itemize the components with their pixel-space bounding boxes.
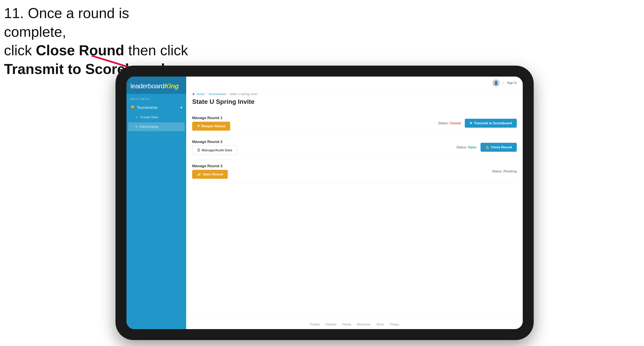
round-1-status-value: Closed <box>450 121 461 125</box>
round-3-row: Manage Round 3 📂 Open Round Status: <box>192 160 517 183</box>
logo-king: King <box>164 82 178 90</box>
footer-resources[interactable]: Resources <box>357 323 370 326</box>
plus-icon: ＋ <box>135 115 138 120</box>
round-2-status-value: Open <box>468 145 476 149</box>
breadcrumb-sep1: / <box>206 92 207 96</box>
audit-icon: ☰ <box>197 148 200 152</box>
sidebar: leaderboardKing MAIN MENU 🏆 Tournaments … <box>126 77 186 329</box>
manage-audit-label: Manage/Audit Data <box>202 148 232 152</box>
round-1-status: Status: Closed <box>438 121 461 125</box>
close-round-label: Close Round <box>491 145 512 149</box>
sidebar-tournaments-label: Tournaments <box>137 106 158 110</box>
sign-in-label[interactable]: Sign In <box>507 81 517 85</box>
breadcrumb-tournaments[interactable]: Tournaments <box>208 92 226 96</box>
logo-leaderboard: leaderboard <box>130 82 164 90</box>
logo-area: leaderboardKing <box>126 77 186 94</box>
footer-terms[interactable]: Terms <box>376 323 384 326</box>
reopen-round-label: Reopen Round <box>201 124 226 128</box>
content-area: Manage Round 1 ↺ Reopen Round Status: <box>186 109 523 319</box>
round-3-buttons-left: 📂 Open Round <box>192 170 228 179</box>
open-round-button[interactable]: 📂 Open Round <box>192 170 228 179</box>
reopen-icon: ↺ <box>197 124 200 128</box>
edit-existing-label: Edit Existing <box>140 125 158 129</box>
open-round-label: Open Round <box>203 173 223 176</box>
round-2-actions-right: Status: Open 🔒 Close Round <box>456 143 517 152</box>
sidebar-item-tournaments[interactable]: 🏆 Tournaments ▾ <box>126 103 186 113</box>
round-2-status: Status: Open <box>456 145 476 149</box>
app-footer: Product Features Pricing Resources Terms… <box>186 319 523 329</box>
round-3-title: Manage Round 3 <box>192 164 228 168</box>
breadcrumb-home[interactable]: Home <box>196 92 204 96</box>
sidebar-item-edit-existing[interactable]: ✎ Edit Existing <box>128 122 184 131</box>
round-1-info: Manage Round 1 ↺ Reopen Round <box>192 116 230 131</box>
page-title: State U Spring Invite <box>186 97 523 109</box>
open-icon: 📂 <box>197 172 201 176</box>
sidebar-item-create-new[interactable]: ＋ Create New <box>126 113 186 122</box>
footer-pricing[interactable]: Pricing <box>342 323 351 326</box>
chevron-down-icon: ▾ <box>180 105 182 110</box>
trophy-icon: 🏆 <box>130 105 135 110</box>
transmit-to-scoreboard-button[interactable]: ✈ Transmit to Scoreboard <box>465 119 517 128</box>
manage-audit-data-button[interactable]: ☰ Manage/Audit Data <box>192 146 237 155</box>
close-round-button[interactable]: 🔒 Close Round <box>480 143 517 152</box>
sign-in-arrow-icon: → <box>502 81 505 85</box>
create-new-label: Create New <box>140 115 158 119</box>
round-1-row: Manage Round 1 ↺ Reopen Round Status: <box>192 111 517 135</box>
round-1-buttons-left: ↺ Reopen Round <box>192 122 230 131</box>
tablet-frame: leaderboardKing MAIN MENU 🏆 Tournaments … <box>116 66 534 340</box>
breadcrumb-sep2: / <box>228 92 228 96</box>
main-content: 👤 → Sign In Home / Tournaments / State U… <box>186 77 523 329</box>
round-3-actions-right: Status: Pending <box>492 170 517 173</box>
logo: leaderboardKing <box>130 82 182 90</box>
reopen-round-button[interactable]: ↺ Reopen Round <box>192 122 230 131</box>
breadcrumb-current: State U Spring Invite <box>230 92 257 96</box>
transmit-label: Transmit to Scoreboard <box>474 121 512 125</box>
top-nav: 👤 → Sign In <box>186 77 523 89</box>
breadcrumb: Home / Tournaments / State U Spring Invi… <box>186 89 523 97</box>
footer-product[interactable]: Product <box>310 323 320 326</box>
sign-in-area: 👤 → Sign In <box>492 79 517 86</box>
round-2-title: Manage Round 2 <box>192 140 237 144</box>
round-3-info: Manage Round 3 📂 Open Round <box>192 164 228 179</box>
avatar: 👤 <box>492 79 500 86</box>
round-1-actions-right: Status: Closed ✈ Transmit to Scoreboard <box>438 119 517 128</box>
footer-features[interactable]: Features <box>326 323 336 326</box>
edit-icon: ✎ <box>135 125 138 129</box>
avatar-icon: 👤 <box>494 81 498 85</box>
round-1-title: Manage Round 1 <box>192 116 230 120</box>
round-2-row: Manage Round 2 ☰ Manage/Audit Data Statu… <box>192 135 517 160</box>
home-icon <box>192 93 195 95</box>
tablet-screen: leaderboardKing MAIN MENU 🏆 Tournaments … <box>126 77 523 329</box>
close-icon: 🔒 <box>485 145 490 149</box>
footer-privacy[interactable]: Privacy <box>390 323 399 326</box>
round-2-info: Manage Round 2 ☰ Manage/Audit Data <box>192 140 237 155</box>
transmit-icon: ✈ <box>470 121 472 125</box>
round-2-buttons-left: ☰ Manage/Audit Data <box>192 146 237 155</box>
round-3-status: Status: Pending <box>492 170 517 173</box>
main-menu-label: MAIN MENU <box>126 94 186 103</box>
round-3-status-value: Pending <box>504 170 517 173</box>
app-container: leaderboardKing MAIN MENU 🏆 Tournaments … <box>126 77 523 329</box>
